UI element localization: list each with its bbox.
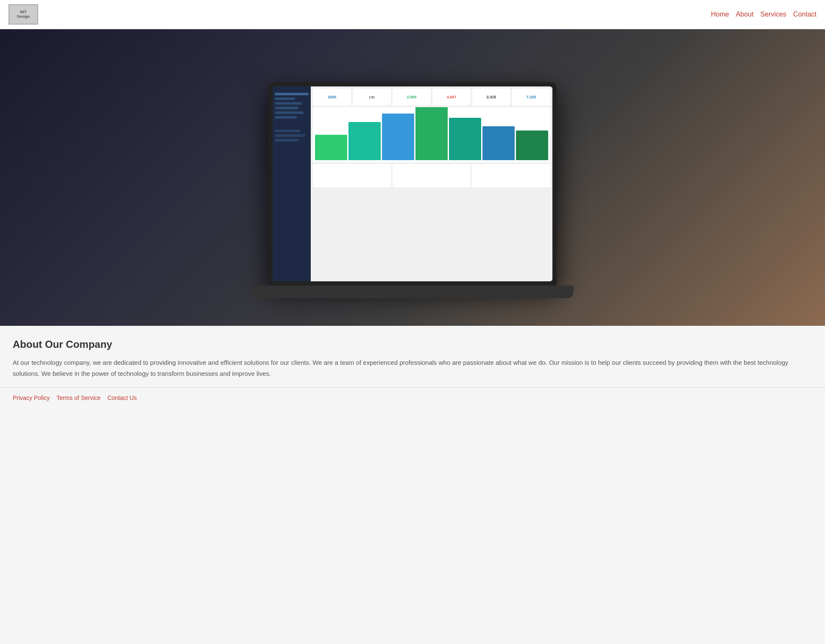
nav-contact[interactable]: Contact: [793, 11, 817, 18]
chart-area: [313, 107, 550, 162]
sidebar-item: [275, 130, 300, 132]
laptop-base: [251, 286, 574, 298]
sidebar-item: [275, 102, 302, 105]
sidebar-item: [275, 97, 295, 100]
logo: MIT Design: [8, 4, 38, 25]
chart-bar: [482, 126, 515, 160]
screen-sidebar: [273, 86, 311, 281]
bottom-stats: [313, 164, 550, 187]
footer-terms[interactable]: Terms of Service: [56, 394, 100, 401]
main-nav: HomeAboutServicesContact: [711, 11, 817, 18]
sidebar-item: [275, 134, 305, 137]
chart-bar: [382, 114, 414, 160]
stat-4: 4,567: [432, 89, 471, 105]
sidebar-item: [275, 116, 297, 119]
chart-bar: [415, 107, 448, 160]
stat-1: 2500: [313, 89, 351, 105]
about-body: At our technology company, we are dedica…: [13, 357, 812, 379]
footer-privacy[interactable]: Privacy Policy: [13, 394, 50, 401]
bottom-stat-3: [472, 164, 550, 187]
laptop-visual: 2500 1.51 2,500 4,567 2,315 7,325: [251, 82, 574, 298]
about-heading: About Our Company: [13, 339, 812, 350]
logo-text: MIT Design: [17, 10, 30, 19]
stats-row: 2500 1.51 2,500 4,567 2,315 7,325: [313, 89, 550, 105]
chart-bar: [449, 118, 481, 160]
chart-bar: [516, 130, 548, 160]
nav-about[interactable]: About: [736, 11, 754, 18]
hero-image: 2500 1.51 2,500 4,567 2,315 7,325: [0, 29, 825, 326]
stat-2: 1.51: [353, 89, 391, 105]
bottom-stat-2: [393, 164, 471, 187]
chart-bar: [315, 135, 347, 160]
laptop-screen: 2500 1.51 2,500 4,567 2,315 7,325: [273, 86, 552, 281]
hero-section: 2500 1.51 2,500 4,567 2,315 7,325: [0, 29, 825, 326]
sidebar-item: [275, 107, 298, 109]
laptop-body: 2500 1.51 2,500 4,567 2,315 7,325: [268, 82, 557, 286]
stat-6: 7,325: [512, 89, 550, 105]
footer: Privacy PolicyTerms of ServiceContact Us: [0, 387, 825, 408]
nav-services[interactable]: Services: [761, 11, 786, 18]
sidebar-item: [275, 93, 309, 95]
about-section: About Our Company At our technology comp…: [0, 326, 825, 387]
sidebar-item: [275, 111, 304, 114]
screen-main: 2500 1.51 2,500 4,567 2,315 7,325: [311, 86, 552, 281]
stat-5: 2,315: [472, 89, 510, 105]
chart-bar: [348, 122, 381, 160]
logo-area: MIT Design: [8, 4, 38, 25]
stat-3: 2,500: [393, 89, 431, 105]
bottom-stat-1: [313, 164, 391, 187]
footer-contact[interactable]: Contact Us: [107, 394, 137, 401]
sidebar-item: [275, 139, 298, 142]
nav-home[interactable]: Home: [711, 11, 729, 18]
